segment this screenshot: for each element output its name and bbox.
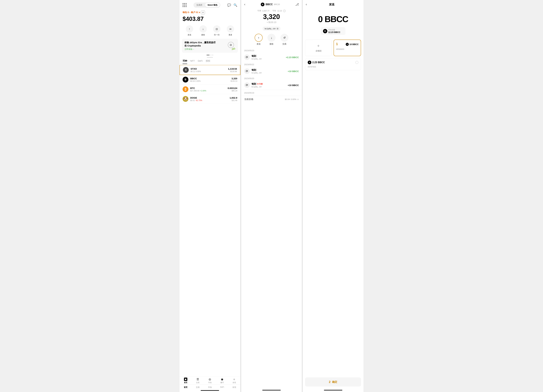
receive-action[interactable]: ↓ 接收 (199, 25, 207, 36)
promo-banner[interactable]: 体验 zkSync Era，赢取奖励尽在 Cryptopedia 立即体验→ ⊙ (182, 39, 238, 53)
banner-link[interactable]: 立即体验→ (184, 48, 216, 51)
trade-circle: ↺ (280, 34, 288, 42)
nft-selection: + 去铭刻 1 B 10 BBCC #8586869 (303, 37, 363, 58)
balance-label: 可转余额 (328, 29, 340, 31)
nft-card-2[interactable]: B 2.23 BBCC #8787833 (305, 58, 361, 70)
tx-info-1: 铭刻 bc1p8q...ctrr (252, 55, 284, 60)
section-divider (207, 57, 213, 58)
tx-icon-3: ⟳ (244, 82, 250, 88)
sub-tab-market[interactable]: 市场 (204, 385, 216, 389)
more-action[interactable]: ∞ 更多 (227, 25, 234, 36)
account-label: 钱包 G - 账户 01 ▾ (183, 11, 200, 14)
dot-1 (207, 55, 209, 56)
coin-item-doge[interactable]: 🐶 DOGE $0.01 -92.75% 1,932.9 $31.48 (180, 94, 240, 104)
stxo-price: $0.11 0.00% (191, 70, 226, 73)
tx-info-3: 铭刻 ⊗ 失败 bc1p8q...ctrr (252, 83, 286, 88)
coin-item-stxo[interactable]: S STXO $0.11 0.00% 1,119.54 $133.96 (180, 65, 240, 75)
doge-value: $31.48 (230, 99, 237, 102)
scan-icon-circle: ⊡ (213, 25, 221, 33)
mint-button[interactable]: + 去铭刻 (305, 40, 332, 56)
coin-item-bbcc[interactable]: B BBCC $0.04 0.00% 3,320 $133.13 (180, 75, 240, 85)
wallet-copy-icon[interactable]: ⊟ (201, 11, 205, 14)
amount-display: 0 BBCC B 可转余额 12.23 BBCC + (303, 8, 363, 375)
stxo-name: STXO (191, 68, 226, 70)
home-nav-icon: ■ (184, 378, 187, 381)
receive-action[interactable]: ↓ 接收 (267, 34, 276, 45)
branch-icon[interactable]: ⎇ (295, 3, 299, 6)
tx-addr-2: bc1p8q...ctrr (252, 72, 286, 74)
big-balance: 3,320 (244, 13, 299, 20)
sub-tab-trade[interactable]: 交易 (192, 385, 204, 389)
copy-icon[interactable]: ⊟ (277, 28, 278, 30)
stxo-avatar: S (183, 67, 189, 73)
sub-tab-discover[interactable]: 发现 (228, 385, 240, 389)
bbcc-right: 3,320 $133.13 (231, 77, 237, 82)
earn-nav-label: 赚币 (221, 381, 224, 384)
sub-tab-defi[interactable]: DeFi (216, 385, 228, 389)
send-label: 发送 (257, 43, 261, 45)
trade-action[interactable]: ↺ 交易 (280, 34, 288, 45)
coin-tab-auth[interactable]: 授权 (206, 59, 210, 64)
banner-image: ⊙ (226, 42, 236, 50)
nft2-row: B 2.23 BBCC (308, 61, 358, 64)
tx-info-2: 铭刻 bc1p8q...ctrr (252, 68, 286, 74)
bottom-sub-tabs: 首页 交易 市场 DeFi 发现 (180, 384, 240, 390)
nav-market[interactable]: ◎ 市场 (204, 378, 216, 384)
chevron-up-icon: ∧ (297, 98, 299, 100)
receive-label: 接收 (270, 43, 273, 45)
date-header-1: 2023/05/23 (241, 48, 302, 53)
nav-trade[interactable]: ☰ 交易 (192, 378, 204, 384)
coin-tab-defi[interactable]: DeFi (198, 59, 203, 64)
tx-item-1[interactable]: ⟳ 铭刻 bc1p8q...ctrr +2.23 BBCC (241, 53, 302, 62)
back-button[interactable]: ‹ (306, 2, 307, 6)
token-avatar: B (261, 3, 265, 6)
stxo-value: $133.96 (228, 70, 237, 73)
market-nav-icon: ◎ (208, 378, 212, 381)
chat-icon[interactable]: 💬 (227, 3, 231, 7)
coin-tab-nft[interactable]: NFT (190, 59, 195, 64)
token-type: BRC20 (274, 3, 280, 6)
stxo-amount: 1,119.54 (228, 68, 237, 70)
sub-tab-home[interactable]: 首页 (180, 385, 192, 389)
tx-item-2[interactable]: ⟳ 铭刻 bc1p8q...ctrr +10 BBCC (241, 67, 302, 76)
confirm-button[interactable]: 2 确定 (305, 377, 361, 386)
bbcc-price: $0.04 0.00% (190, 80, 229, 82)
grid-menu-icon[interactable] (183, 3, 187, 7)
tx-addr-3: bc1p8q...ctrr (252, 86, 286, 88)
banner-title: 体验 zkSync Era，赢取奖励尽在 Cryptopedia (184, 41, 216, 47)
nav-discover[interactable]: ○ 发现 (228, 378, 240, 384)
tab-exchange[interactable]: 交易所 (194, 3, 205, 7)
mode-tabs: 交易所 Web3 钱包 (193, 2, 220, 8)
coin-list: S STXO $0.11 0.00% 1,119.54 $133.96 (180, 65, 240, 376)
bbcc-avatar: B (183, 77, 188, 83)
tx-item-3[interactable]: ⟳ 铭刻 ⊗ 失败 bc1p8q...ctrr +10 BBCC (241, 80, 302, 90)
transaction-list: 2023/05/23 ⟳ 铭刻 bc1p8q...ctrr +2.23 BBCC… (241, 48, 302, 389)
back-button[interactable]: ‹ (244, 2, 245, 6)
coin-item-btc[interactable]: ₿ BTC $27,300.60 +1.64% 0.003124 $85.29 (180, 85, 240, 94)
action-buttons: ↑ 发送 ↓ 接收 ↺ 交易 (241, 32, 302, 48)
tab-web3[interactable]: Web3 钱包 (205, 3, 220, 7)
nft-token-label: 10 BBCC (349, 43, 359, 45)
page-title: 发送 (329, 3, 334, 6)
nav-earn[interactable]: ◉ 赚币 (216, 378, 228, 384)
trade-nav-label: 交易 (196, 381, 199, 384)
address-pill[interactable]: bc1p8q...ctrr ⊟ (262, 27, 280, 31)
nft-id-1: #8586869 (336, 48, 359, 50)
info-icon[interactable]: i (283, 10, 286, 12)
search-icon[interactable]: 🔍 (233, 3, 237, 7)
nft-number-1: 1 (336, 42, 338, 46)
earn-nav-icon: ◉ (221, 378, 224, 381)
scan-action[interactable]: ⊡ 扫一扫 (213, 25, 221, 36)
account-selector[interactable]: 钱包 G - 账户 01 ▾ ⊟ (180, 9, 240, 15)
send-action[interactable]: ↑ 发送 (255, 34, 263, 45)
nft-card-1[interactable]: 1 B 10 BBCC #8586869 (334, 40, 361, 56)
radio-button[interactable] (355, 61, 358, 64)
coin-tab-coins[interactable]: 币种 (183, 59, 187, 64)
tx-amount-3: +10 BBCC (288, 84, 299, 86)
bbcc-name: BBCC (190, 77, 229, 80)
send-action[interactable]: ↑ 发送 (186, 25, 193, 36)
home-indicator (324, 390, 342, 391)
failed-badge: ⊗ 失败 (257, 83, 263, 85)
coin-category-tabs: 币种 NFT DeFi 授权 (180, 59, 240, 64)
nav-home[interactable]: ■ 首页 (180, 378, 192, 384)
